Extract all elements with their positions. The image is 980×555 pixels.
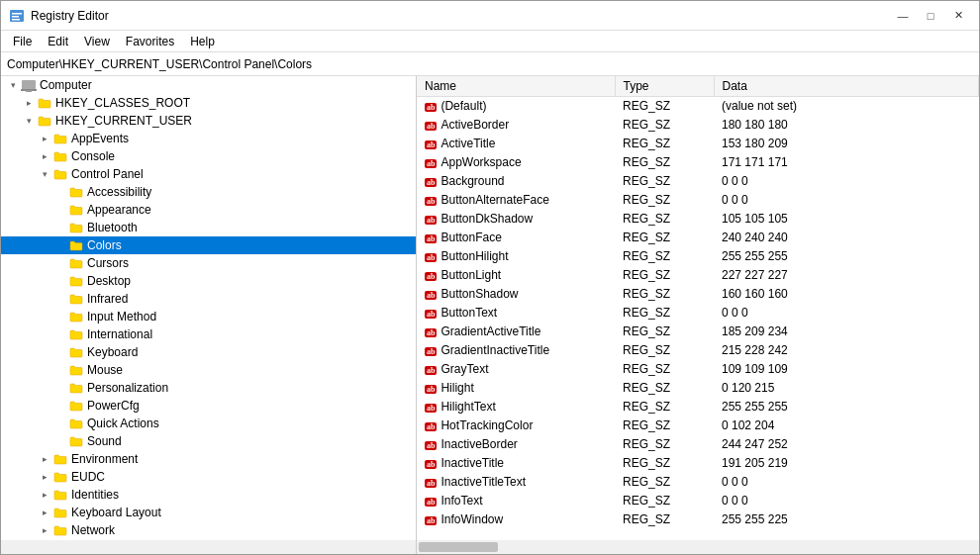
- menu-view[interactable]: View: [76, 33, 118, 50]
- table-row[interactable]: abActiveBorderREG_SZ180 180 180: [417, 116, 979, 135]
- svg-rect-1: [12, 13, 22, 15]
- table-row[interactable]: abAppWorkspaceREG_SZ171 171 171: [417, 153, 979, 172]
- computer-icon: [21, 78, 37, 92]
- expand-arrow-icon[interactable]: ▾: [21, 116, 37, 126]
- expand-arrow-icon[interactable]: ▾: [5, 80, 21, 90]
- tree-item-accessibility[interactable]: Accessibility: [1, 183, 416, 201]
- table-row[interactable]: abBackgroundREG_SZ0 0 0: [417, 172, 979, 191]
- table-row[interactable]: abGradientInactiveTitleREG_SZ215 228 242: [417, 341, 979, 360]
- expand-arrow-icon[interactable]: ▸: [37, 525, 52, 535]
- table-row[interactable]: abInactiveTitleREG_SZ191 205 219: [417, 454, 979, 473]
- expand-arrow-icon[interactable]: ▸: [37, 472, 52, 482]
- folder-icon: [68, 203, 84, 217]
- tree-item-appearance[interactable]: Appearance: [1, 201, 416, 219]
- table-row[interactable]: abInfoTextREG_SZ0 0 0: [417, 492, 979, 510]
- main-content: ▾ Computer▸ HKEY_CLASSES_ROOT▾ HKEY_CURR…: [1, 76, 979, 540]
- tree-item-keyboard[interactable]: Keyboard: [1, 343, 416, 361]
- table-row[interactable]: abHotTrackingColorREG_SZ0 102 204: [417, 416, 979, 435]
- detail-table[interactable]: Name Type Data ab(Default)REG_SZ(value n…: [417, 76, 979, 540]
- tree-item-keyboard-layout[interactable]: ▸ Keyboard Layout: [1, 504, 416, 521]
- tree-item-hkey-classes-root[interactable]: ▸ HKEY_CLASSES_ROOT: [1, 94, 416, 112]
- bottom-scrollbars: [1, 540, 979, 554]
- cell-data: 0 0 0: [714, 492, 979, 510]
- cell-type: REG_SZ: [615, 285, 714, 304]
- folder-icon: [68, 434, 84, 448]
- table-row[interactable]: abButtonDkShadowREG_SZ105 105 105: [417, 210, 979, 229]
- tree-item-colors[interactable]: Colors: [1, 236, 416, 254]
- table-row[interactable]: abButtonLightREG_SZ227 227 227: [417, 266, 979, 285]
- detail-scroll[interactable]: [417, 540, 979, 554]
- cell-type: REG_SZ: [615, 153, 714, 172]
- expand-arrow-icon[interactable]: ▸: [37, 454, 52, 464]
- cell-name: abGradientInactiveTitle: [417, 341, 615, 360]
- tree-item-console[interactable]: ▸ Console: [1, 147, 416, 165]
- ab-icon: ab: [425, 422, 437, 431]
- tree-item-label: EUDC: [71, 470, 105, 484]
- expand-arrow-icon[interactable]: ▾: [37, 169, 52, 179]
- table-row[interactable]: ab(Default)REG_SZ(value not set): [417, 97, 979, 116]
- tree-item-quick-actions[interactable]: Quick Actions: [1, 415, 416, 432]
- table-row[interactable]: abButtonTextREG_SZ0 0 0: [417, 304, 979, 323]
- tree-item-powercfg[interactable]: PowerCfg: [1, 397, 416, 415]
- table-row[interactable]: abInactiveTitleTextREG_SZ0 0 0: [417, 473, 979, 492]
- expand-arrow-icon[interactable]: ▸: [37, 151, 52, 161]
- tree-item-environment[interactable]: ▸ Environment: [1, 450, 416, 468]
- tree-item-eudc[interactable]: ▸ EUDC: [1, 468, 416, 486]
- cell-name: abActiveBorder: [417, 116, 615, 135]
- folder-icon: [68, 310, 84, 324]
- table-row[interactable]: abInactiveBorderREG_SZ244 247 252: [417, 435, 979, 454]
- table-row[interactable]: abGradientActiveTitleREG_SZ185 209 234: [417, 323, 979, 341]
- table-row[interactable]: abGrayTextREG_SZ109 109 109: [417, 360, 979, 379]
- table-row[interactable]: abHilightTextREG_SZ255 255 255: [417, 398, 979, 416]
- menu-favorites[interactable]: Favorites: [118, 33, 182, 50]
- table-row[interactable]: abButtonFaceREG_SZ240 240 240: [417, 229, 979, 247]
- expand-arrow-icon[interactable]: ▸: [21, 98, 37, 108]
- tree-item-input-method[interactable]: Input Method: [1, 308, 416, 325]
- folder-icon: [68, 221, 84, 234]
- cell-name: abGrayText: [417, 360, 615, 379]
- minimize-button[interactable]: —: [890, 6, 916, 26]
- tree-item-computer[interactable]: ▾ Computer: [1, 76, 416, 94]
- expand-arrow-icon[interactable]: ▸: [37, 490, 52, 500]
- tree-item-appevents[interactable]: ▸ AppEvents: [1, 130, 416, 147]
- tree-item-control-panel[interactable]: ▾ Control Panel: [1, 165, 416, 183]
- table-row[interactable]: abButtonShadowREG_SZ160 160 160: [417, 285, 979, 304]
- tree-item-hkey-current-user[interactable]: ▾ HKEY_CURRENT_USER: [1, 112, 416, 130]
- menu-edit[interactable]: Edit: [40, 33, 76, 50]
- table-body: ab(Default)REG_SZ(value not set)abActive…: [417, 97, 979, 529]
- folder-icon: [68, 327, 84, 341]
- tree-scroll[interactable]: [1, 540, 417, 554]
- tree-item-personalization[interactable]: Personalization: [1, 379, 416, 397]
- expand-arrow-icon[interactable]: ▸: [37, 508, 52, 517]
- tree-item-network[interactable]: ▸ Network: [1, 521, 416, 539]
- tree-item-mouse[interactable]: Mouse: [1, 361, 416, 379]
- tree-item-desktop[interactable]: Desktop: [1, 272, 416, 290]
- cell-data: (value not set): [714, 97, 979, 116]
- menu-file[interactable]: File: [5, 33, 40, 50]
- tree-item-printers[interactable]: ▸ Printers: [1, 539, 416, 540]
- tree-item-infrared[interactable]: Infrared: [1, 290, 416, 308]
- menu-help[interactable]: Help: [182, 33, 223, 50]
- cell-type: REG_SZ: [615, 416, 714, 435]
- tree-item-cursors[interactable]: Cursors: [1, 254, 416, 272]
- table-row[interactable]: abActiveTitleREG_SZ153 180 209: [417, 135, 979, 153]
- tree-item-sound[interactable]: Sound: [1, 432, 416, 450]
- tree-item-identities[interactable]: ▸ Identities: [1, 486, 416, 504]
- cell-data: 171 171 171: [714, 153, 979, 172]
- maximize-button[interactable]: □: [918, 6, 943, 26]
- window-title: Registry Editor: [31, 9, 109, 23]
- table-row[interactable]: abButtonHilightREG_SZ255 255 255: [417, 247, 979, 266]
- cell-type: REG_SZ: [615, 379, 714, 398]
- tree-panel[interactable]: ▾ Computer▸ HKEY_CLASSES_ROOT▾ HKEY_CURR…: [1, 76, 417, 540]
- close-button[interactable]: ✕: [945, 6, 971, 26]
- tree-item-bluetooth[interactable]: Bluetooth: [1, 219, 416, 236]
- cell-name: abInactiveTitleText: [417, 473, 615, 492]
- ab-icon: ab: [425, 234, 437, 243]
- table-row[interactable]: abButtonAlternateFaceREG_SZ0 0 0: [417, 191, 979, 210]
- tree-item-international[interactable]: International: [1, 325, 416, 343]
- expand-arrow-icon[interactable]: ▸: [37, 134, 52, 143]
- ab-icon: ab: [425, 516, 437, 525]
- cell-type: REG_SZ: [615, 191, 714, 210]
- table-row[interactable]: abInfoWindowREG_SZ255 255 225: [417, 510, 979, 529]
- table-row[interactable]: abHilightREG_SZ0 120 215: [417, 379, 979, 398]
